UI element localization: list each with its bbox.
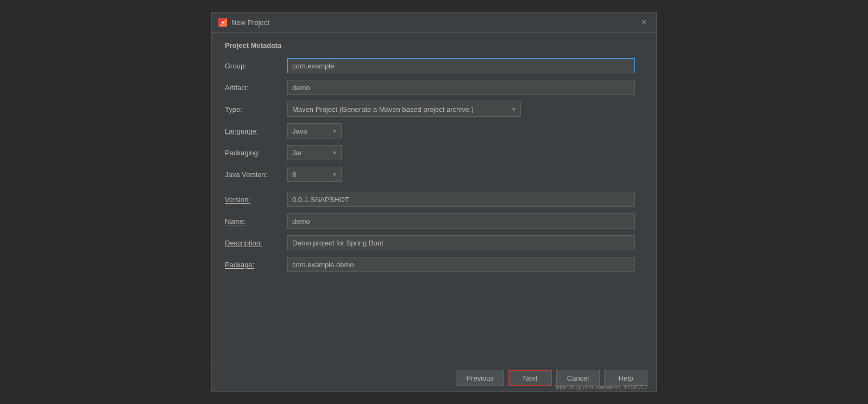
app-icon: ● bbox=[218, 18, 227, 27]
next-button[interactable]: Next bbox=[508, 370, 552, 386]
footer-url: https://blog.csdn.net/weixin_44395707 bbox=[555, 384, 647, 390]
close-button[interactable]: × bbox=[638, 17, 650, 28]
title-bar: ● New Project × bbox=[212, 12, 656, 33]
artifact-input[interactable] bbox=[287, 80, 635, 95]
dialog-footer: Previous Next Cancel Help https://blog.c… bbox=[212, 364, 656, 392]
java-version-label: Java Version: bbox=[225, 171, 287, 179]
packaging-row: Packaging: Jar War ▼ bbox=[225, 145, 643, 160]
package-row: Package: bbox=[225, 257, 643, 272]
cancel-button[interactable]: Cancel bbox=[556, 370, 600, 386]
group-label: Group: bbox=[225, 62, 287, 70]
language-select[interactable]: Java Kotlin Groovy bbox=[287, 123, 342, 138]
name-label: Name: bbox=[225, 217, 287, 225]
help-button[interactable]: Help bbox=[604, 370, 647, 386]
java-version-select[interactable]: 8 11 17 bbox=[287, 167, 342, 182]
artifact-row: Artifact: bbox=[225, 80, 643, 95]
package-label: Package: bbox=[225, 261, 287, 269]
java-version-row: Java Version: 8 11 17 ▼ bbox=[225, 167, 643, 182]
dialog-content: Project Metadata Group: Artifact: Type: … bbox=[212, 33, 656, 364]
dialog-title: New Project bbox=[231, 18, 269, 27]
package-input[interactable] bbox=[287, 257, 635, 272]
name-row: Name: bbox=[225, 213, 643, 229]
version-row: Version: bbox=[225, 192, 643, 207]
type-select-wrapper: Maven Project (Generate a Maven based pr… bbox=[287, 102, 521, 117]
group-row: Group: bbox=[225, 58, 643, 73]
group-input[interactable] bbox=[287, 58, 635, 73]
title-bar-left: ● New Project bbox=[218, 18, 269, 27]
language-label: Language: bbox=[225, 127, 287, 135]
new-project-dialog: ● New Project × Project Metadata Group: … bbox=[211, 12, 657, 392]
description-label: Description: bbox=[225, 239, 287, 247]
language-row: Language: Java Kotlin Groovy ▼ bbox=[225, 123, 643, 138]
artifact-label: Artifact: bbox=[225, 84, 287, 92]
packaging-label: Packaging: bbox=[225, 149, 287, 157]
language-select-wrapper: Java Kotlin Groovy ▼ bbox=[287, 123, 342, 138]
name-input[interactable] bbox=[287, 213, 635, 229]
packaging-select-wrapper: Jar War ▼ bbox=[287, 145, 342, 160]
java-version-select-wrapper: 8 11 17 ▼ bbox=[287, 167, 342, 182]
type-select[interactable]: Maven Project (Generate a Maven based pr… bbox=[287, 102, 521, 117]
type-label: Type: bbox=[225, 105, 287, 113]
section-title: Project Metadata bbox=[225, 41, 643, 49]
description-input[interactable] bbox=[287, 235, 635, 250]
version-label: Version: bbox=[225, 195, 287, 204]
type-row: Type: Maven Project (Generate a Maven ba… bbox=[225, 102, 643, 117]
version-input[interactable] bbox=[287, 192, 635, 207]
description-row: Description: bbox=[225, 235, 643, 250]
previous-button[interactable]: Previous bbox=[456, 370, 504, 386]
packaging-select[interactable]: Jar War bbox=[287, 145, 342, 160]
